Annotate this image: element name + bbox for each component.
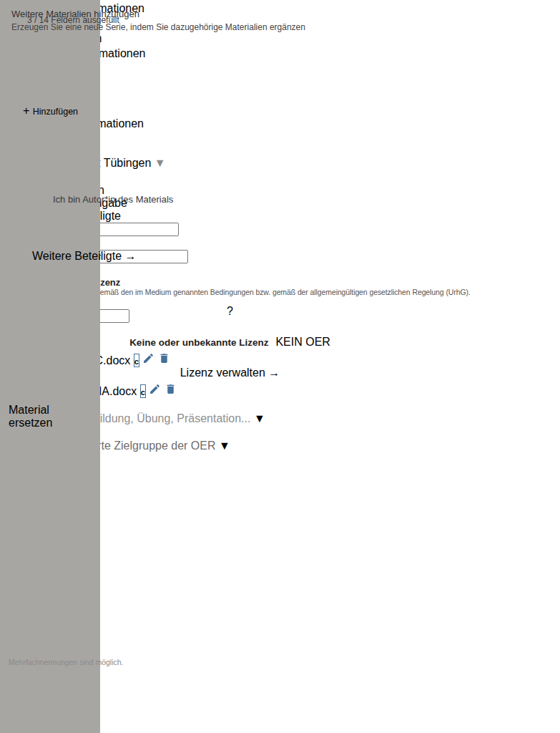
more-contributors-label: Weitere Beteiligte [32,250,122,262]
arrow-right-icon: → [125,250,137,262]
author-self-label: Ich bin Autor*in des Materials [53,194,173,205]
add-material-label: Hinzufügen [33,107,78,117]
material-type-hint: Mehrfachnennungen sind möglich. [9,658,124,666]
license-icon-row: ? [0,305,460,318]
arrow-right-icon: → [268,366,280,379]
edit-pencil-icon[interactable] [142,354,157,366]
screen: Allgemeine Informationen Didaktik Klassi… [0,0,560,733]
chevron-down-icon[interactable]: ▼ [154,157,166,169]
file-actions: c [134,354,170,367]
file-actions: c [140,384,177,398]
license-name-row: Keine oder unbekannte Lizenz KEIN OER [0,336,460,349]
add-material-link[interactable]: + Hinzufügen [23,105,78,117]
edit-pencil-icon[interactable] [149,385,164,397]
license-manage-row: Lizenz verwalten → [0,366,460,379]
license-name: Keine oder unbekannte Lizenz [129,337,268,348]
copyright-icon[interactable]: c [140,384,146,398]
manage-license-label: Lizenz verwalten [180,366,265,379]
copyright-icon[interactable]: c [134,354,139,367]
chevron-down-icon[interactable]: ▼ [254,412,265,424]
kein-oer-badge: KEIN OER [275,336,330,349]
trash-icon[interactable] [164,385,177,397]
author-self-row: Ich bin Autor*in des Materials [44,194,173,205]
manage-license-link[interactable]: Lizenz verwalten → [180,366,280,379]
more-contributors-link[interactable]: Weitere Beteiligte → [32,250,137,263]
chevron-down-icon[interactable]: ▼ [219,440,230,452]
plus-icon: + [23,105,29,117]
trash-icon[interactable] [158,354,170,366]
progress-text: 3 / 14 Feldern ausgefüllt [27,15,119,25]
question-mark-icon: ? [227,305,233,318]
replace-material-button[interactable]: Material ersetzen [9,404,86,429]
